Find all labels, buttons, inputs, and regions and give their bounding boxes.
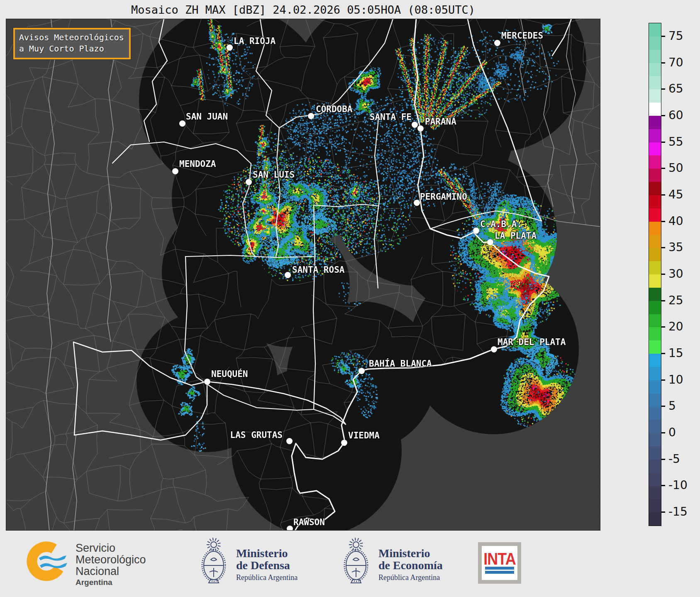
colorbar-band [649, 406, 661, 420]
city-label: PERGAMINO [420, 192, 467, 202]
colorbar-band [649, 208, 661, 222]
city-marker [286, 438, 293, 444]
colorbar-band [649, 37, 661, 50]
colorbar: 757065605550454035302520151050-5-10-15 [649, 23, 700, 527]
colorbar-band [649, 288, 661, 301]
coat-of-arms-icon [339, 536, 373, 590]
colorbar-tick-label: 35 [668, 240, 683, 254]
smn-line-1: Servicio [76, 542, 146, 554]
defensa-line-2: de Defensa [236, 559, 298, 571]
colorbar-band [649, 420, 661, 433]
city-label: SANTA FE [370, 112, 412, 122]
colorbar-band [649, 89, 661, 103]
colorbar-band [649, 235, 661, 248]
colorbar-tick-label: 50 [668, 161, 683, 175]
city-marker [412, 122, 418, 128]
ministerio-defensa-logo: Ministerio de Defensa República Argentin… [197, 536, 298, 590]
colorbar-band [649, 274, 661, 288]
city-marker [341, 440, 347, 446]
city-marker [204, 379, 210, 385]
colorbar-tick [661, 432, 665, 433]
radar-product-page: Mosaico ZH MAX [dBZ] 24.02.2026 05:05HOA… [0, 0, 700, 597]
colorbar-tick [661, 274, 665, 275]
colorbar-band [649, 499, 661, 512]
smn-line-2: Meteorológico [76, 554, 146, 565]
colorbar-band [649, 340, 661, 354]
city-label: MERCEDES [501, 31, 543, 41]
city-marker [246, 179, 252, 185]
city-label: RAWSON [293, 517, 325, 527]
ministerio-economia-logo: Ministerio de Economía República Argenti… [339, 536, 443, 590]
colorbar-tick [661, 326, 665, 328]
city-label: SAN LUIS [253, 170, 295, 180]
colorbar-band [649, 23, 661, 37]
city-label: NEUQUÉN [211, 369, 248, 379]
colorbar-band [649, 314, 661, 328]
city-label: C.A.B.A. [480, 219, 522, 229]
city-marker [487, 239, 493, 245]
colorbar-band [649, 433, 661, 446]
smn-logo: Servicio Meteorológico Nacional Argentin… [27, 540, 146, 587]
warning-line-2: a Muy Corto Plazo [19, 43, 124, 54]
smn-line-3: Nacional [76, 565, 146, 577]
ministerio-defensa-text: Ministerio de Defensa República Argentin… [236, 547, 298, 582]
city-marker [285, 272, 291, 278]
colorbar-band [649, 222, 661, 235]
colorbar-tick [661, 142, 665, 143]
ministerio-economia-text: Ministerio de Economía República Argenti… [378, 547, 443, 582]
colorbar-tick-label: 45 [668, 188, 683, 201]
colorbar-band [649, 63, 661, 76]
warning-line-1: Avisos Meteorológicos [19, 32, 124, 43]
colorbar-band [649, 116, 661, 129]
colorbar-tick-label: 20 [668, 320, 683, 333]
city-marker [417, 125, 424, 132]
city-marker [227, 44, 233, 51]
inta-logo: INTA [478, 542, 521, 584]
city-marker [494, 40, 500, 46]
colorbar-tick-label: 5 [668, 399, 676, 413]
colorbar-tick-label: 30 [668, 267, 683, 281]
city-marker [172, 168, 178, 174]
colorbar-tick-label: 10 [668, 373, 683, 387]
defensa-subtitle: República Argentina [236, 573, 298, 582]
economia-subtitle: República Argentina [378, 573, 443, 582]
city-marker [287, 526, 293, 531]
city-layer: LA RIOJAMERCEDESSAN JUANCÓRDOBASANTA FEP… [6, 19, 600, 530]
colorbar-band [649, 301, 661, 314]
colorbar-tick-label: 0 [668, 426, 676, 439]
colorbar-scale [649, 23, 661, 526]
colorbar-band [649, 367, 661, 380]
colorbar-band [649, 182, 661, 195]
colorbar-band [649, 486, 661, 499]
colorbar-tick-label: 55 [668, 135, 683, 149]
city-marker [179, 120, 185, 127]
city-marker [308, 113, 314, 119]
colorbar-band [649, 473, 661, 486]
colorbar-tick [661, 194, 665, 196]
colorbar-tick [661, 168, 665, 169]
colorbar-tick-label: 75 [668, 29, 683, 43]
colorbar-tick [661, 221, 665, 222]
colorbar-band [649, 50, 661, 63]
city-label: LA PLATA [495, 231, 537, 241]
colorbar-tick [661, 511, 665, 513]
colorbar-band [649, 460, 661, 473]
colorbar-tick [661, 115, 665, 116]
smn-sun-icon [27, 540, 70, 583]
city-label: LAS GRUTAS [230, 430, 283, 440]
colorbar-band [649, 195, 661, 208]
warning-box: Avisos Meteorológicos a Muy Corto Plazo [13, 28, 131, 59]
city-label: SANTA ROSA [292, 265, 344, 275]
inta-label: INTA [483, 551, 515, 566]
city-marker [414, 200, 420, 206]
coat-of-arms-icon [197, 536, 231, 590]
colorbar-band [649, 512, 661, 526]
colorbar-tick [661, 379, 665, 381]
colorbar-band [649, 446, 661, 460]
footer-logos: Servicio Meteorológico Nacional Argentin… [0, 531, 700, 597]
colorbar-band [649, 169, 661, 182]
colorbar-band [649, 394, 661, 407]
colorbar-tick-label: 60 [668, 108, 683, 122]
colorbar-tick-label: 25 [668, 294, 683, 307]
inta-inner: INTA [482, 546, 517, 580]
